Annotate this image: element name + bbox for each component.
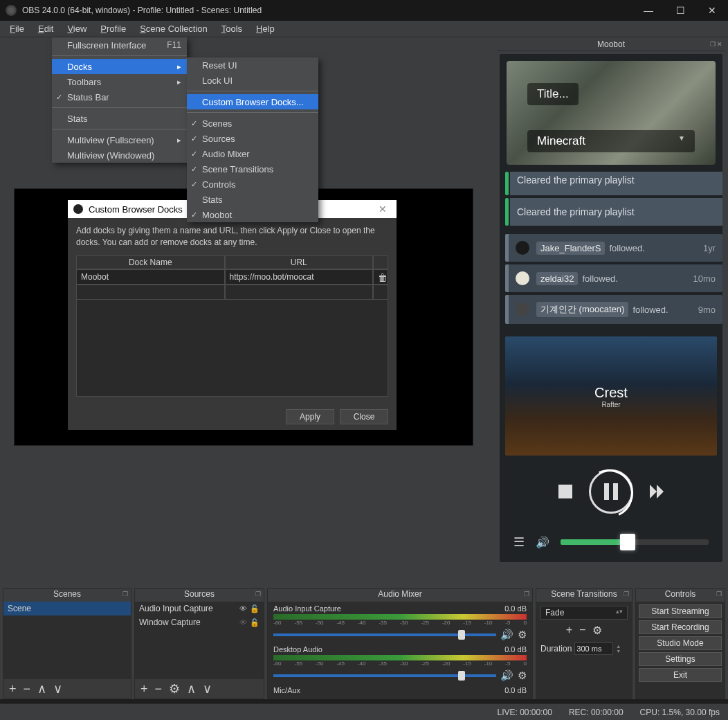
follow-row[interactable]: zeldai32 followed. 10mo [505,264,722,292]
duration-input[interactable] [574,642,613,655]
visibility-icon[interactable]: 👁 [239,618,247,627]
close-button[interactable]: ✕ [696,0,728,21]
dock-popout-icon[interactable]: ❐ [122,591,128,597]
docks-submenu: Reset UI Lock UI Custom Browser Docks...… [187,57,318,222]
docks-lock[interactable]: Lock UI [187,73,318,88]
gear-icon[interactable]: ⚙ [592,624,602,637]
start-streaming-button[interactable]: Start Streaming [639,604,722,618]
maximize-button[interactable]: ☐ [664,0,696,21]
delete-row-button[interactable]: 🗑 [373,269,388,285]
remove-icon[interactable]: − [24,682,31,696]
menu-edit[interactable]: Edit [31,21,60,36]
view-fullscreen[interactable]: Fullscreen InterfaceF11 [52,37,187,53]
stream-info-tile: Title... Minecraft▼ [507,61,716,165]
remove-icon[interactable]: − [579,624,585,637]
studio-mode-button[interactable]: Studio Mode [639,636,722,650]
spin-down[interactable]: ▼ [616,649,621,654]
alert-message: Cleared the primary playlist [510,172,722,195]
dock-popout-icon[interactable]: ❐ [716,591,722,597]
transition-select[interactable]: Fade▴▾ [540,606,628,620]
dock-close-icon[interactable]: ✕ [717,41,722,48]
stream-game-select[interactable]: Minecraft▼ [527,130,695,152]
view-docks[interactable]: Docks [52,59,187,74]
app-icon [6,5,17,16]
apply-button[interactable]: Apply [286,409,334,424]
dock-popout-icon[interactable]: ❐ [255,591,261,597]
avatar [516,241,529,255]
docks-sources[interactable]: Sources [187,131,318,146]
menu-file[interactable]: File [3,21,31,36]
volume-slider[interactable] [273,674,496,677]
source-item[interactable]: Audio Input Capture👁🔓 [135,602,264,615]
dock-popout-icon[interactable]: ❐ [624,591,629,597]
menu-scene-collection[interactable]: Scene Collection [133,21,215,36]
add-icon[interactable]: + [9,682,17,696]
view-stats[interactable]: Stats [52,111,187,126]
stop-button[interactable] [558,485,572,498]
gear-icon[interactable]: ⚙ [518,629,527,641]
stream-title-input[interactable]: Title... [527,83,579,105]
avatar [516,271,529,285]
dock-name-empty[interactable] [76,285,225,300]
menubar: File Edit View Profile Scene Collection … [0,21,728,37]
lock-icon[interactable]: 🔓 [250,618,260,627]
gear-icon[interactable]: ⚙ [169,681,180,696]
docks-transitions[interactable]: Scene Transitions [187,161,318,177]
menu-help[interactable]: Help [249,21,282,36]
pause-button[interactable] [589,469,633,514]
gear-icon[interactable]: ⚙ [518,669,527,682]
visibility-icon[interactable]: 👁 [239,604,247,613]
transitions-dock: Scene Transitions❐ Fade▴▾ +−⚙ Duration▲▼ [536,588,633,699]
next-button[interactable] [650,485,664,498]
view-toolbars[interactable]: Toolbars [52,74,187,89]
dialog-close-button[interactable]: ✕ [374,204,391,215]
speaker-icon[interactable]: 🔊 [500,669,513,682]
dock-popout-icon[interactable]: ❐ [524,591,529,597]
add-icon[interactable]: + [566,624,572,637]
docks-controls[interactable]: Controls [187,177,318,192]
volume-icon[interactable]: 🔊 [536,536,549,549]
move-down-icon[interactable]: ∨ [203,681,212,696]
move-up-icon[interactable]: ∧ [37,681,46,696]
col-url: URL [225,255,374,269]
docks-reset[interactable]: Reset UI [187,57,318,73]
view-statusbar[interactable]: Status Bar [52,89,187,105]
remove-icon[interactable]: − [155,682,163,696]
move-down-icon[interactable]: ∨ [53,681,62,696]
view-multiview-fullscreen[interactable]: Multiview (Fullscreen) [52,132,187,147]
volume-slider[interactable] [561,539,709,545]
exit-button[interactable]: Exit [639,668,722,682]
dock-url-empty[interactable] [225,285,374,300]
music-player: CrestRafter ☰ 🔊 [505,336,717,557]
settings-button[interactable]: Settings [639,652,722,666]
playlist-icon[interactable]: ☰ [513,534,525,550]
dock-name-input[interactable]: Moobot [76,269,225,285]
dock-url-input[interactable]: https://moo.bot/moocat [225,269,374,285]
start-recording-button[interactable]: Start Recording [639,620,722,634]
lock-icon[interactable]: 🔓 [250,604,260,613]
move-up-icon[interactable]: ∧ [187,681,196,696]
docks-moobot[interactable]: Moobot [187,207,318,222]
window-title: OBS 24.0.0 (64-bit, windows) - Profile: … [22,6,633,15]
view-multiview-windowed[interactable]: Multiview (Windowed) [52,147,187,163]
volume-slider[interactable] [273,633,496,636]
add-icon[interactable]: + [140,682,148,696]
follow-row[interactable]: Jake_FlanderS followed. 1yr [505,234,722,262]
custom-browser-docks-dialog: Custom Browser Docks ✕ Add docks by givi… [68,200,397,430]
docks-stats[interactable]: Stats [187,192,318,207]
minimize-button[interactable]: — [633,0,664,21]
view-menu: Fullscreen InterfaceF11 Docks Toolbars S… [52,37,187,163]
close-dialog-button[interactable]: Close [340,409,388,424]
menu-tools[interactable]: Tools [215,21,249,36]
docks-mixer[interactable]: Audio Mixer [187,146,318,161]
follow-row[interactable]: 기계인간 (moocaten) followed. 9mo [505,295,722,324]
docks-custom-browser[interactable]: Custom Browser Docks... [187,94,318,109]
scene-item[interactable]: Scene [3,602,131,615]
source-item[interactable]: Window Capture👁🔓 [135,615,264,629]
menu-profile[interactable]: Profile [93,21,133,36]
speaker-icon[interactable]: 🔊 [500,629,513,641]
docks-scenes[interactable]: Scenes [187,116,318,131]
menu-view[interactable]: View [60,21,93,36]
spin-up[interactable]: ▲ [616,644,621,649]
dock-popout-icon[interactable]: ❐ [710,41,716,48]
